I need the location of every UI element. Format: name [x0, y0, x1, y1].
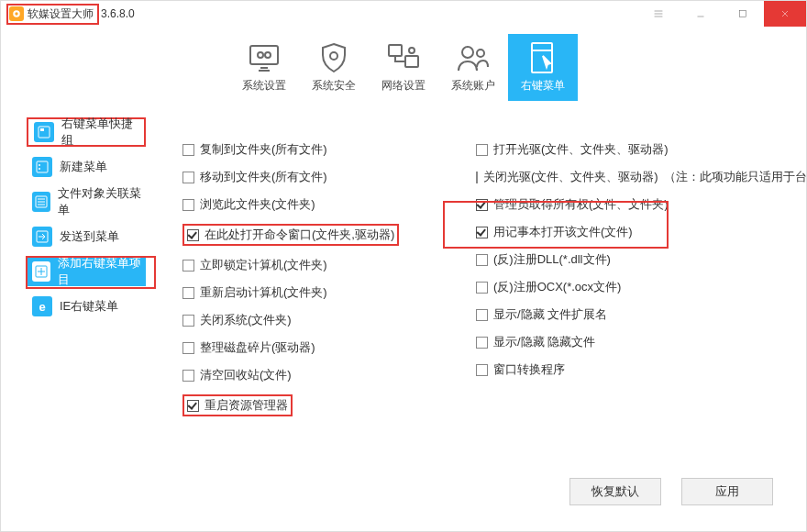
- option-label: 显示/隐藏 文件扩展名: [493, 306, 607, 323]
- option-right-8[interactable]: 窗口转换程序: [476, 361, 806, 378]
- option-left-2[interactable]: 浏览此文件夹(文件夹): [182, 196, 439, 213]
- app-window: 软媒设置大师 3.6.8.0 系统设置: [0, 0, 807, 532]
- sidebar-item-sendto[interactable]: 发送到菜单: [27, 222, 146, 251]
- apply-button[interactable]: 应用: [681, 478, 773, 505]
- checkbox-icon: [182, 172, 194, 183]
- option-right-4[interactable]: (反)注册DLL(*.dll文件): [476, 251, 806, 268]
- option-label: 窗口转换程序: [493, 361, 565, 378]
- new-icon: [32, 157, 52, 177]
- option-left-0[interactable]: 复制到文件夹(所有文件): [182, 141, 439, 158]
- checkbox-icon: [476, 309, 488, 321]
- option-left-4[interactable]: 立即锁定计算机(文件夹): [182, 257, 439, 273]
- checkbox-icon: [182, 260, 194, 272]
- checkbox-icon: [187, 229, 199, 241]
- svg-point-7: [409, 48, 415, 53]
- checkbox-icon: [476, 364, 488, 376]
- option-label: 清空回收站(文件): [200, 367, 292, 383]
- svg-rect-0: [740, 11, 746, 17]
- option-right-0[interactable]: 打开光驱(文件、文件夹、驱动器): [476, 141, 806, 158]
- option-left-5[interactable]: 重新启动计算机(文件夹): [182, 284, 439, 301]
- svg-point-8: [462, 47, 473, 58]
- monitor-gear-icon: [229, 39, 299, 76]
- svg-rect-10: [532, 43, 552, 72]
- option-label: 在此处打开命令窗口(文件夹,驱动器): [205, 227, 394, 243]
- maximize-button[interactable]: [722, 1, 764, 27]
- svg-rect-13: [37, 161, 48, 172]
- checkbox-icon: [476, 144, 488, 156]
- option-left-8[interactable]: 清空回收站(文件): [182, 367, 439, 383]
- option-label: 关闭光驱(文件、文件夹、驱动器): [483, 169, 658, 185]
- sidebar-item-new-menu[interactable]: 新建菜单: [27, 152, 146, 182]
- list-icon: [34, 122, 54, 142]
- sidebar-item-label: 发送到菜单: [60, 228, 119, 245]
- sidebar-item-label: 新建菜单: [60, 159, 107, 175]
- checkbox-icon: [476, 227, 488, 238]
- option-label: 立即锁定计算机(文件夹): [200, 257, 327, 273]
- option-right-6[interactable]: 显示/隐藏 文件扩展名: [476, 306, 806, 323]
- checkbox-icon: [182, 342, 194, 354]
- send-icon: [32, 227, 52, 247]
- option-label: 浏览此文件夹(文件夹): [200, 196, 315, 213]
- checkbox-icon: [476, 282, 488, 294]
- right-column: 打开光驱(文件、文件夹、驱动器)关闭光驱(文件、文件夹、驱动器)（注：此项功能只…: [476, 141, 806, 531]
- option-left-3[interactable]: 在此处打开命令窗口(文件夹,驱动器): [187, 227, 394, 243]
- svg-point-9: [477, 50, 484, 57]
- option-right-3[interactable]: 用记事本打开该文件(文件): [476, 224, 806, 240]
- assoc-icon: [32, 192, 50, 212]
- checkbox-icon: [476, 172, 478, 183]
- checkbox-icon: [182, 144, 194, 156]
- top-tabs: 系统设置 系统安全 网络设置 系统账户 右键菜单: [1, 34, 806, 101]
- shield-gear-icon: [299, 39, 369, 76]
- network-gear-icon: [369, 39, 438, 76]
- option-left-7[interactable]: 整理磁盘碎片(驱动器): [182, 339, 439, 356]
- svg-point-14: [39, 164, 40, 166]
- option-left-1[interactable]: 移动到文件夹(所有文件): [182, 169, 439, 185]
- sidebar-item-ie-context[interactable]: e IE右键菜单: [27, 292, 146, 321]
- checkbox-icon: [476, 199, 488, 211]
- minimize-button[interactable]: [680, 1, 722, 27]
- option-right-5[interactable]: (反)注册OCX(*.ocx文件): [476, 279, 806, 295]
- app-name: 软媒设置大师: [28, 6, 94, 22]
- sidebar-item-label: 文件对象关联菜单: [58, 185, 146, 218]
- option-label: 关闭系统(文件夹): [200, 312, 292, 328]
- sidebar-item-file-assoc[interactable]: 文件对象关联菜单: [27, 187, 146, 216]
- option-note: （注：此项功能只适用于台式机）: [664, 169, 807, 185]
- option-label: 管理员取得所有权(文件、文件夹): [493, 196, 669, 213]
- option-left-9[interactable]: 重启资源管理器: [187, 397, 288, 414]
- tab-system-security[interactable]: 系统安全: [299, 34, 369, 101]
- checkbox-icon: [476, 254, 488, 266]
- svg-point-15: [39, 168, 40, 170]
- content-area: 右键菜单快捷组 新建菜单 文件对象关联菜单 发送到菜单: [1, 117, 806, 531]
- option-right-7[interactable]: 显示/隐藏 隐藏文件: [476, 334, 806, 350]
- footer: 恢复默认 应用: [569, 478, 773, 505]
- tab-context-menu[interactable]: 右键菜单: [508, 34, 578, 101]
- app-version: 3.6.8.0: [101, 7, 135, 20]
- svg-rect-11: [39, 127, 50, 138]
- restore-default-button[interactable]: 恢复默认: [569, 478, 661, 505]
- tab-system-accounts[interactable]: 系统账户: [438, 34, 508, 101]
- option-label: 打开光驱(文件、文件夹、驱动器): [493, 141, 669, 158]
- menu-button[interactable]: [637, 1, 680, 27]
- checkbox-icon: [182, 370, 194, 382]
- svg-point-2: [258, 52, 263, 58]
- close-button[interactable]: [764, 1, 806, 27]
- users-icon: [438, 39, 508, 76]
- option-left-6[interactable]: 关闭系统(文件夹): [182, 312, 439, 328]
- add-icon: [32, 261, 50, 282]
- sidebar-item-quick-group[interactable]: 右键菜单快捷组: [27, 117, 146, 147]
- sidebar-item-label: 添加右键菜单项目: [58, 255, 146, 288]
- option-right-2[interactable]: 管理员取得所有权(文件、文件夹): [476, 196, 806, 213]
- options-pane: 复制到文件夹(所有文件)移动到文件夹(所有文件)浏览此文件夹(文件夹)在此处打开…: [146, 117, 806, 531]
- option-label: 重新启动计算机(文件夹): [200, 284, 327, 301]
- option-right-1[interactable]: 关闭光驱(文件、文件夹、驱动器)（注：此项功能只适用于台式机）: [476, 169, 806, 185]
- sidebar-item-add-context[interactable]: 添加右键菜单项目: [27, 257, 146, 286]
- sidebar-item-label: IE右键菜单: [60, 298, 118, 315]
- option-label: 移动到文件夹(所有文件): [200, 169, 327, 185]
- svg-rect-6: [405, 56, 418, 67]
- tab-network-settings[interactable]: 网络设置: [369, 34, 438, 101]
- svg-rect-12: [40, 128, 44, 131]
- checkbox-icon: [187, 400, 199, 412]
- context-menu-icon: [508, 39, 578, 76]
- checkbox-icon: [182, 287, 194, 299]
- tab-system-settings[interactable]: 系统设置: [229, 34, 299, 101]
